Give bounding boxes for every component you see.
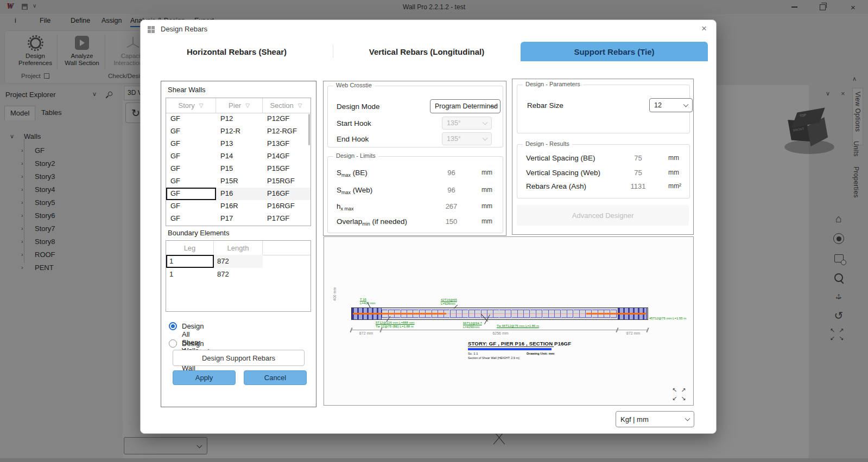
shear-walls-label: Shear Walls [168, 86, 206, 94]
cell-story[interactable]: GF [166, 113, 216, 125]
design-mode-select[interactable]: Program Determined [430, 99, 500, 113]
cell-section[interactable]: P16GF [263, 188, 309, 200]
limit-row: Smax (BE)96mm [328, 169, 503, 179]
table-row[interactable]: GFP17P17GF [166, 213, 311, 225]
column-header-story[interactable]: Story▽ [166, 98, 216, 113]
cell-section[interactable]: P12GF [263, 113, 309, 125]
cell-leg[interactable]: 1 [166, 268, 214, 281]
cell-story[interactable]: GF [166, 213, 216, 225]
wall-section-drawing [351, 307, 648, 320]
tab-vertical-rebars[interactable]: Vertical Rebars (Longitudinal) [333, 42, 521, 61]
cell-story[interactable]: GF [166, 200, 216, 213]
table-row[interactable]: 1872 [166, 268, 263, 281]
boundary-elements-header: LegLength [166, 241, 311, 255]
units-select[interactable]: Kgf | mm [616, 411, 694, 427]
dialog-icon [148, 26, 155, 33]
result-unit: mm [668, 154, 679, 162]
apply-button[interactable]: Apply [173, 370, 236, 385]
filter-icon[interactable]: ▽ [199, 102, 204, 108]
annotation-mid-bottom: 66T12@94.7L=4290mm [463, 322, 482, 329]
tab-support-rebars[interactable]: Support Rebars (Tie) [521, 42, 708, 61]
shear-walls-panel: Shear Walls Story▽Pier▽Section▽ GFP12P12… [161, 81, 316, 407]
cell-length[interactable]: 872 [214, 255, 263, 268]
column-header-leg[interactable]: Leg [166, 241, 214, 255]
filter-icon[interactable]: ▽ [245, 102, 250, 108]
cell-story[interactable]: GF [166, 138, 216, 150]
design-rebars-dialog: Design Rebars × Horizontal Rebars (Shear… [140, 20, 717, 434]
cell-section[interactable]: P12-RGF [263, 125, 309, 138]
cell-story[interactable]: GF [166, 188, 216, 200]
cell-pier[interactable]: P13 [216, 138, 263, 150]
cell-story[interactable]: GF [166, 175, 216, 188]
limit-unit: mm [481, 202, 492, 210]
limit-label: Smax (BE) [337, 169, 368, 178]
boundary-elements-table: LegLength 18721872 [166, 240, 311, 312]
table-row[interactable]: GFP12-RP12-RGF [166, 125, 311, 138]
filter-icon[interactable]: ▽ [298, 102, 302, 108]
table-row[interactable]: GFP12P12GF [166, 113, 311, 125]
table-row[interactable]: GFP15P15GF [166, 163, 311, 175]
height-dimension: 400 mm [333, 287, 337, 301]
dimension-middle: 6256 mm [462, 331, 538, 335]
cell-section[interactable]: P17GF [263, 213, 309, 225]
tab-horizontal-rebars[interactable]: Horizontal Rebars (Shear) [141, 42, 333, 61]
cell-story[interactable]: GF [166, 150, 216, 163]
cell-pier[interactable]: P16 [216, 188, 263, 200]
start-hook-select: 135° [442, 117, 492, 130]
cell-section[interactable]: P15GF [263, 163, 309, 175]
result-value: 75 [623, 154, 653, 162]
cell-leg[interactable]: 1 [166, 255, 214, 268]
cell-pier[interactable]: P14 [216, 150, 263, 163]
limit-label: Overlapmin (if needed) [337, 217, 407, 227]
cell-section[interactable]: P13GF [263, 138, 309, 150]
rebar-line-thin [382, 313, 618, 314]
shear-walls-table: Story▽Pier▽Section▽ GFP12P12GFGFP12-RP12… [166, 98, 311, 226]
result-value: 75 [623, 169, 653, 177]
cell-pier[interactable]: P16R [216, 200, 263, 213]
cell-section[interactable]: P16RGF [263, 200, 309, 213]
cell-section[interactable]: P14GF [263, 150, 309, 163]
column-header-pier[interactable]: Pier▽ [216, 98, 263, 113]
result-label: Rebars Area (Ash) [526, 182, 586, 190]
rebar-size-select[interactable]: 12 [649, 98, 693, 112]
advanced-designer-button[interactable]: Advanced Designer [517, 205, 689, 226]
design-support-rebars-button[interactable]: Design Support Rebars [173, 350, 305, 366]
cell-pier[interactable]: P12-R [216, 125, 263, 138]
annotation-mid-right: Tie 66T12@75 mm L=1.86 m [497, 324, 539, 328]
result-row: Vertical Spacing (BE)75mm [517, 154, 689, 165]
drawing-title-bar [468, 348, 552, 351]
cell-story[interactable]: GF [166, 163, 216, 175]
cell-pier[interactable]: P17 [216, 213, 263, 225]
table-row[interactable]: GFP16RP16RGF [166, 200, 311, 213]
table-row[interactable]: GFP15RP15RGF [166, 175, 311, 188]
cell-pier[interactable]: P12 [216, 113, 263, 125]
rebar-size-label: Rebar Size [527, 101, 563, 110]
expand-drawing-icon[interactable]: ↖↗ [672, 387, 689, 394]
column-header-label: Section [270, 101, 293, 110]
column-header-length[interactable]: Length [214, 241, 263, 255]
cell-pier[interactable]: P15R [216, 175, 263, 188]
table-row[interactable]: 1872 [166, 255, 263, 268]
table-scrollbar[interactable] [308, 114, 310, 145]
column-header-section[interactable]: Section▽ [263, 98, 309, 113]
result-row: Vertical Spacing (Web)75mm [517, 169, 689, 179]
web-crosstie-legend: Web Crosstie [333, 82, 375, 88]
dialog-close-button[interactable]: × [696, 23, 712, 36]
table-row[interactable]: GFP13P13GF [166, 138, 311, 150]
boundary-elements-rows: 18721872 [166, 255, 263, 281]
limit-value: 150 [436, 217, 466, 226]
radio-selected-icon [169, 322, 177, 330]
design-panel: Design - Parameters Rebar Size 12 Design… [512, 79, 694, 235]
table-row[interactable]: GFP14P14GF [166, 150, 311, 163]
cancel-button[interactable]: Cancel [244, 370, 307, 385]
expand-drawing-icon[interactable]: ↙↘ [672, 395, 689, 402]
cell-section[interactable]: P15RGF [263, 175, 309, 188]
cell-pier[interactable]: P15 [216, 163, 263, 175]
cell-story[interactable]: GF [166, 125, 216, 138]
result-label: Vertical Spacing (Web) [526, 169, 600, 177]
design-mode-label: Design Mode [337, 102, 380, 111]
cell-length[interactable]: 872 [214, 268, 263, 281]
limit-row: Smax (Web)96mm [328, 186, 503, 197]
end-hook-select: 135° [442, 132, 492, 145]
table-row[interactable]: GFP16P16GF [166, 188, 311, 200]
